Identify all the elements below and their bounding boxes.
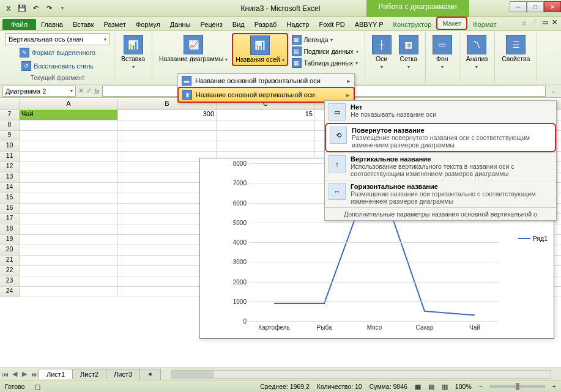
view-layout-icon[interactable]: ▤ bbox=[428, 383, 434, 390]
row-header[interactable]: 20 bbox=[0, 245, 20, 255]
cell[interactable] bbox=[20, 120, 118, 130]
cell[interactable] bbox=[20, 256, 118, 265]
close-button[interactable]: ✕ bbox=[544, 1, 561, 12]
undo-icon[interactable]: ↶ bbox=[29, 2, 42, 15]
macro-record-icon[interactable]: ▢ bbox=[34, 383, 40, 390]
cell[interactable] bbox=[20, 276, 118, 286]
minimize-ribbon-icon[interactable]: ▵ bbox=[522, 18, 526, 26]
sheet-tab-2[interactable]: Лист2 bbox=[72, 369, 106, 379]
tab-data[interactable]: Данны bbox=[165, 19, 196, 30]
col-header-a[interactable]: A bbox=[20, 99, 118, 109]
zoom-level[interactable]: 100% bbox=[455, 383, 472, 390]
row-header[interactable]: 9 bbox=[0, 131, 20, 141]
chart-legend[interactable]: Ряд1 bbox=[518, 235, 548, 242]
tab-review[interactable]: Реценз bbox=[195, 19, 227, 30]
row-header[interactable]: 14 bbox=[0, 183, 20, 193]
cell[interactable] bbox=[20, 193, 118, 203]
tab-format[interactable]: Формат bbox=[467, 19, 501, 30]
row-header[interactable]: 13 bbox=[0, 172, 20, 182]
row-header[interactable]: 17 bbox=[0, 214, 20, 224]
name-box[interactable]: Диаграмма 2▾ bbox=[2, 86, 76, 97]
tab-home[interactable]: Главна bbox=[36, 19, 68, 30]
tab-file[interactable]: Файл bbox=[2, 19, 36, 30]
row-header[interactable]: 11 bbox=[0, 152, 20, 161]
cell[interactable] bbox=[118, 131, 217, 141]
enter-icon[interactable]: ✓ bbox=[86, 87, 92, 95]
cell[interactable] bbox=[20, 204, 118, 213]
chart-element-selector[interactable]: Вертикальная ось (знач▾ bbox=[6, 33, 110, 45]
row-header[interactable]: 10 bbox=[0, 141, 20, 151]
row-header[interactable]: 24 bbox=[0, 287, 20, 297]
maximize-button[interactable]: □ bbox=[527, 1, 544, 12]
sheet-tab-3[interactable]: Лист3 bbox=[106, 369, 140, 379]
cell[interactable] bbox=[217, 131, 315, 141]
cell[interactable] bbox=[20, 152, 118, 161]
cell[interactable] bbox=[20, 131, 118, 141]
qat-more-icon[interactable]: ▾ bbox=[56, 2, 69, 15]
tab-addins[interactable]: Надстр bbox=[281, 19, 314, 30]
tab-abbyy[interactable]: ABBYY P bbox=[350, 19, 388, 30]
menu-horizontal-title[interactable]: ↔ Горизонтальное названиеРазмещение назв… bbox=[325, 180, 556, 207]
chart-title-button[interactable]: 📈 Название диаграммы ▾ bbox=[156, 33, 231, 65]
format-selection-button[interactable]: ✎Формат выделенного bbox=[20, 46, 95, 59]
cell[interactable] bbox=[20, 214, 118, 224]
row-header[interactable]: 15 bbox=[0, 193, 20, 203]
view-pagebreak-icon[interactable]: ▥ bbox=[442, 383, 448, 390]
background-button[interactable]: ▭Фон▾ bbox=[429, 33, 455, 72]
cell[interactable]: 15 bbox=[217, 110, 315, 120]
row-header[interactable]: 21 bbox=[0, 256, 20, 265]
sheet-nav-first[interactable]: ⏮ bbox=[0, 371, 10, 378]
row-header[interactable]: 22 bbox=[0, 266, 20, 276]
cell[interactable] bbox=[217, 120, 315, 130]
zoom-out-button[interactable]: − bbox=[479, 383, 483, 390]
sheet-nav-next[interactable]: ▶ bbox=[20, 370, 29, 378]
zoom-in-button[interactable]: + bbox=[552, 383, 556, 390]
cell[interactable] bbox=[20, 224, 118, 234]
horizontal-scrollbar[interactable] bbox=[171, 370, 551, 379]
reset-style-button[interactable]: ↺Восстановить стиль bbox=[21, 60, 94, 72]
axis-titles-button[interactable]: 📊 Названия осей ▾ bbox=[232, 33, 288, 66]
excel-icon[interactable]: X bbox=[2, 2, 15, 15]
select-all-corner[interactable] bbox=[0, 99, 20, 109]
cell[interactable] bbox=[20, 266, 118, 276]
tab-layout-chart[interactable]: Макет bbox=[436, 17, 467, 30]
axes-button[interactable]: ┼Оси▾ bbox=[369, 33, 395, 72]
sheet-nav-prev[interactable]: ◀ bbox=[10, 370, 20, 378]
row-header[interactable]: 23 bbox=[0, 276, 20, 286]
tab-formulas[interactable]: Формул bbox=[131, 19, 165, 30]
cell[interactable] bbox=[20, 235, 118, 245]
expand-formula-icon[interactable]: ⌄ bbox=[548, 87, 559, 95]
restore-window-icon[interactable]: ▭ bbox=[542, 18, 548, 26]
cell[interactable] bbox=[20, 162, 118, 172]
legend-button[interactable]: ▦Легенда ▾ bbox=[289, 34, 361, 45]
zoom-slider[interactable] bbox=[490, 385, 545, 388]
cell[interactable] bbox=[118, 141, 217, 151]
cancel-icon[interactable]: ✕ bbox=[78, 87, 84, 95]
sheet-tab-1[interactable]: Лист1 bbox=[39, 369, 73, 379]
menu-none[interactable]: ▭ НетНе показывать название оси bbox=[325, 101, 556, 123]
fx-icon[interactable]: fx bbox=[94, 87, 100, 95]
new-sheet-button[interactable]: ✶ bbox=[139, 369, 161, 380]
tab-layout[interactable]: Размет bbox=[99, 19, 131, 30]
data-labels-button[interactable]: ▤Подписи данных ▾ bbox=[289, 46, 361, 57]
help-icon[interactable]: ❔ bbox=[530, 18, 538, 26]
cell[interactable]: Чай bbox=[20, 110, 118, 120]
row-header[interactable]: 8 bbox=[0, 120, 20, 130]
tab-view[interactable]: Вид bbox=[228, 19, 250, 30]
tab-constructor[interactable]: Конструктор bbox=[388, 19, 437, 30]
data-table-button[interactable]: ▦Таблица данных ▾ bbox=[289, 57, 361, 68]
save-icon[interactable]: 💾 bbox=[16, 2, 28, 15]
row-header[interactable]: 18 bbox=[0, 224, 20, 234]
properties-button[interactable]: ☰Свойства bbox=[499, 33, 533, 65]
cell[interactable] bbox=[118, 120, 217, 130]
minimize-button[interactable]: ─ bbox=[510, 1, 527, 12]
cell[interactable] bbox=[20, 172, 118, 182]
insert-button[interactable]: 📊 Вставка▾ bbox=[118, 33, 148, 72]
cell[interactable] bbox=[20, 245, 118, 255]
cell[interactable] bbox=[20, 287, 118, 297]
sheet-nav-last[interactable]: ⏭ bbox=[29, 371, 39, 378]
analysis-button[interactable]: 〽Анализ▾ bbox=[463, 33, 491, 72]
row-header[interactable]: 16 bbox=[0, 204, 20, 213]
gridlines-button[interactable]: ▦Сетка▾ bbox=[396, 33, 422, 72]
cell[interactable] bbox=[20, 183, 118, 193]
